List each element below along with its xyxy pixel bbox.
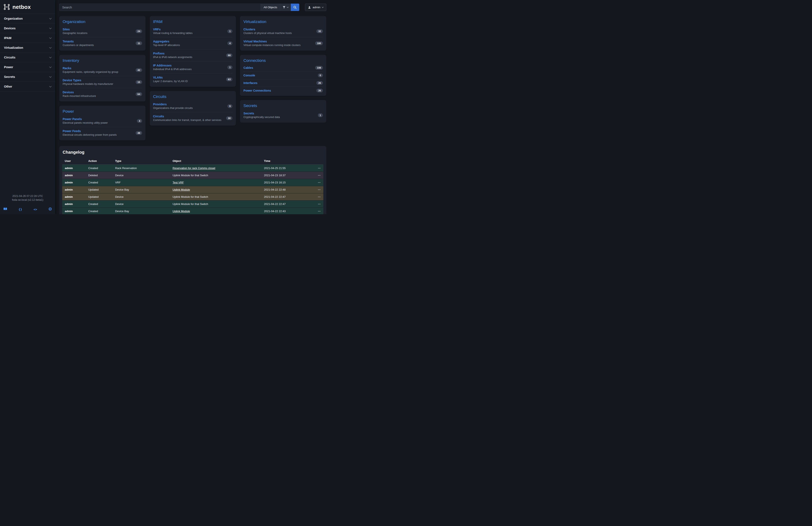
sidebar-item-ipam[interactable]: IPAM [0,33,55,43]
dashboard-column-3: VirtualizationClustersClusters of physic… [240,16,326,123]
row-menu-button[interactable]: ⋯ [314,172,323,179]
sidebar-item-devices[interactable]: Devices [0,24,55,33]
chevron-down-icon [49,27,52,29]
sidebar-item-circuits[interactable]: Circuits [0,53,55,62]
docs-book-icon[interactable] [3,208,7,211]
search-filter-button[interactable] [280,4,291,11]
sidebar-item-virtualization[interactable]: Virtualization [0,43,55,53]
chevron-down-icon [49,75,52,77]
sidebar-item-other[interactable]: Other [0,82,55,91]
card-title-link-circuits[interactable]: Circuits [153,94,166,99]
item-link-clusters[interactable]: Clusters [243,28,292,31]
object-link[interactable]: Test VRF [173,181,184,184]
card-item: VRFsVirtual routing & forwarding tables1 [153,25,233,37]
changelog-column-header: Object [170,158,261,165]
sidebar: netbox OrganizationDevicesIPAMVirtualiza… [0,0,55,214]
changelog-column-header: Time [262,158,314,165]
count-badge: 32 [316,29,323,33]
changelog-table-head: UserActionTypeObjectTime [62,158,323,165]
sidebar-item-organization[interactable]: Organization [0,14,55,24]
count-badge: 9 [227,104,232,108]
changelog-action-cell: Created [86,179,113,186]
object-link[interactable]: Uplink Module [173,188,190,191]
chevron-down-icon [49,17,52,19]
community-globe-icon[interactable] [48,207,52,211]
object-link[interactable]: Uplink Module [173,210,190,213]
user-icon [308,6,311,9]
user-menu-button[interactable]: admin [305,4,326,11]
item-link-ip-addresses[interactable]: IP Addresses [153,64,192,67]
changelog-type-cell: Device [113,193,170,200]
item-link-secrets[interactable]: Secrets [243,112,280,115]
changelog-user-cell: admin [62,165,86,172]
api-braces-icon[interactable]: {} [18,208,22,211]
chevron-down-icon [49,36,52,39]
card-item-list: ProvidersOrganizations that provide circ… [153,100,233,124]
row-menu-button[interactable]: ⋯ [314,186,323,193]
code-icon[interactable]: <> [33,208,37,211]
card-item-text: Power Connections [243,89,274,92]
card-title-link-connections[interactable]: Connections [243,58,266,63]
card-item-text: TenantsCustomers or departments [63,40,97,47]
sidebar-item-secrets[interactable]: Secrets [0,72,55,82]
item-link-aggregates[interactable]: Aggregates [153,40,180,43]
sidebar-footer: 2021-04-26 07:22:28 UTC foda-se.local (v… [0,194,55,214]
search-input[interactable] [59,4,260,11]
item-link-devices[interactable]: Devices [63,90,96,94]
changelog-row: adminCreatedDeviceUplink Module for that… [62,200,323,208]
item-link-tenants[interactable]: Tenants [63,40,94,43]
card-title-link-organization[interactable]: Organization [63,19,85,24]
card-item: SecretsCryptographically secured data1 [243,109,323,121]
item-link-power-connections[interactable]: Power Connections [243,89,271,92]
card-item-text: IP AddressesIndividual IPv4 & IPv6 addre… [153,64,194,71]
item-link-console[interactable]: Console [243,74,255,77]
item-link-racks[interactable]: Racks [63,67,118,70]
item-link-prefixes[interactable]: Prefixes [153,52,192,55]
changelog-card: Changelog UserActionTypeObjectTime admin… [59,146,326,214]
row-menu-button[interactable]: ⋯ [314,165,323,172]
changelog-type-cell: Device [113,200,170,208]
item-link-providers[interactable]: Providers [153,103,193,106]
item-link-interfaces[interactable]: Interfaces [243,81,257,85]
card-item: AggregatesTop-level IP allocations4 [153,37,233,49]
item-link-cables[interactable]: Cables [243,66,253,69]
row-menu-button[interactable]: ⋯ [314,200,323,208]
card-item-text: Virtual MachinesVirtual compute instance… [243,40,303,47]
card-title-link-virtualization[interactable]: Virtualization [243,19,266,24]
card-title-link-inventory[interactable]: Inventory [63,58,79,63]
item-link-circuits[interactable]: Circuits [153,115,221,118]
item-link-virtual-machines[interactable]: Virtual Machines [243,40,301,43]
sidebar-item-power[interactable]: Power [0,62,55,72]
count-badge: 48 [135,131,142,135]
card-title-link-ipam[interactable]: IPAM [153,19,163,24]
count-badge: 1 [318,113,323,117]
count-badge: 4 [137,119,142,123]
changelog-type-cell: Rack Reservation [113,165,170,172]
changelog-action-cell: Updated [86,186,113,193]
card-title-link-secrets[interactable]: Secrets [243,103,257,108]
changelog-object-cell: Uplink Module [170,186,261,193]
item-link-sites[interactable]: Sites [63,28,87,31]
item-link-power-feeds[interactable]: Power Feeds [63,129,117,133]
card-item-text: Interfaces [243,81,260,85]
row-menu-button[interactable]: ⋯ [314,193,323,200]
item-link-power-panels[interactable]: Power Panels [63,117,108,121]
count-badge: 15 [135,80,142,84]
card-title-link-power[interactable]: Power [63,109,74,114]
chevron-down-icon [49,85,52,87]
search-scope-button[interactable]: All Objects [260,4,280,11]
brand-logo[interactable]: netbox [0,0,55,14]
item-link-device-types[interactable]: Device Types [63,79,113,82]
object-link[interactable]: Reservation for rack Comms closet [173,167,215,170]
card-item: Console0 [243,72,323,79]
item-link-vrfs[interactable]: VRFs [153,28,192,31]
row-menu-button[interactable]: ⋯ [314,179,323,186]
changelog-action-cell: Created [86,200,113,208]
dashboard-column-1: OrganizationSitesGeographic locations24T… [59,16,146,140]
row-menu-button[interactable]: ⋯ [314,208,323,214]
item-link-vlans[interactable]: VLANs [153,76,188,79]
card-item: PrefixesIPv4 & IPv6 network assignments6… [153,49,233,61]
sidebar-item-label: IPAM [4,36,11,40]
search-submit-button[interactable] [291,4,299,11]
sidebar-item-label: Secrets [4,75,15,79]
